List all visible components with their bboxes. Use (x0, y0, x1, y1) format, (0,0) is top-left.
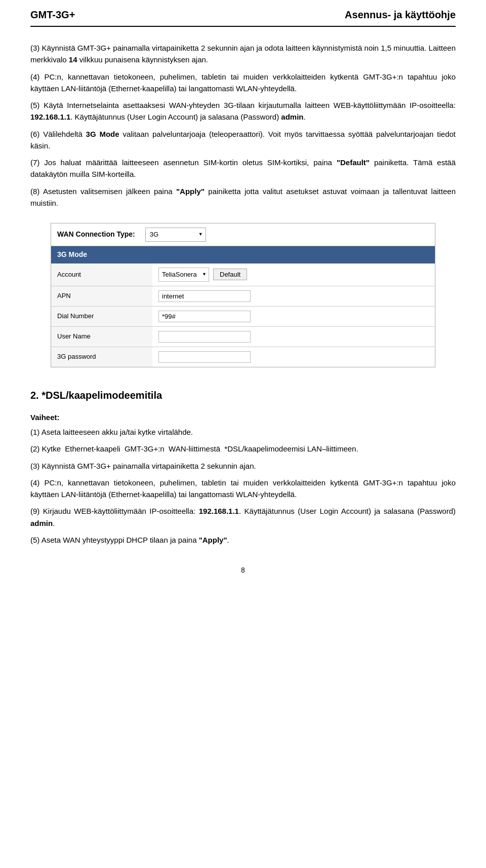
step-2: (2) Kytke Ethernet-kaapeli GMT-3G+:n WAN… (30, 443, 456, 455)
steps-label: Vaiheet: (30, 411, 456, 423)
apn-input[interactable] (158, 290, 251, 302)
paragraph-8: (8) Asetusten valitsemisen jälkeen paina… (30, 185, 456, 209)
bold-apply: "Apply" (176, 187, 205, 196)
field-value-user-name (152, 326, 435, 347)
paragraph-5: (5) Käytä Internetselainta asettaaksesi … (30, 99, 456, 123)
wan-connection-select[interactable]: 3G (145, 228, 206, 242)
wan-connection-row: WAN Connection Type: 3G (51, 223, 435, 246)
bold-14: 14 (69, 55, 77, 64)
3g-password-input[interactable] (158, 351, 251, 363)
field-label-apn: APN (51, 286, 152, 306)
dial-number-input[interactable] (158, 311, 251, 322)
password-admin: admin (281, 112, 303, 121)
field-value-apn (152, 286, 435, 306)
table-row: APN (51, 286, 435, 306)
header-product-name: GMT-3G+ (30, 9, 75, 21)
ip-address-2: 192.168.1.1 (199, 507, 239, 515)
account-select-value: TeliaSonera (162, 270, 197, 280)
field-label-account: Account (51, 263, 152, 286)
mode-header: 3G Mode (51, 246, 435, 263)
step-5: (5) Aseta WAN yhteystyyppi DHCP tilaan j… (30, 534, 456, 546)
step-1: (1) Aseta laitteeseen akku ja/tai kytke … (30, 426, 456, 438)
field-value-account: TeliaSonera Default (152, 263, 435, 286)
bold-default: "Default" (337, 158, 370, 167)
bold-apply-2: "Apply" (199, 536, 227, 544)
paragraph-3: (3) Käynnistä GMT-3G+ painamalla virtapa… (30, 42, 456, 66)
table-row: Account TeliaSonera Default (51, 263, 435, 286)
section2-title: 2. *DSL/kaapelimodeemitila (30, 388, 456, 403)
header-document-title: Asennus- ja käyttöohje (345, 9, 456, 21)
bold-3gmode: 3G Mode (86, 130, 119, 138)
account-cell: TeliaSonera Default (158, 268, 429, 282)
page-header: GMT-3G+ Asennus- ja käyttöohje (30, 0, 456, 27)
user-name-input[interactable] (158, 331, 251, 343)
main-content: (3) Käynnistä GMT-3G+ painamalla virtapa… (30, 42, 456, 546)
table-row: Dial Number (51, 306, 435, 326)
step-4: (4) PC:n, kannettavan tietokoneen, puhel… (30, 477, 456, 501)
page-number: 8 (241, 566, 245, 574)
page-footer: 8 (30, 566, 456, 574)
paragraph-7: (7) Jos haluat määrittää laitteeseen ase… (30, 157, 456, 180)
ip-address: 192.168.1.1 (30, 112, 70, 121)
default-button[interactable]: Default (213, 269, 247, 280)
field-value-3g-password (152, 347, 435, 367)
admin-2: admin (30, 519, 53, 527)
field-label-user-name: User Name (51, 326, 152, 347)
account-select[interactable]: TeliaSonera (158, 268, 209, 282)
wan-form-section: WAN Connection Type: 3G 3G Mode Account (51, 223, 435, 367)
wan-connection-value: 3G (150, 230, 158, 240)
paragraph-4: (4) PC:n, kannettavan tietokoneen, puhel… (30, 71, 456, 95)
step-3: (3) Käynnistä GMT-3G+ painamalla virtapa… (30, 460, 456, 472)
table-row: 3G password (51, 347, 435, 367)
table-row: User Name (51, 326, 435, 347)
fields-table: Account TeliaSonera Default APN (51, 263, 435, 367)
wan-connection-label: WAN Connection Type: (57, 229, 135, 240)
step-9: (9) Kirjaudu WEB-käyttöliittymään IP-oso… (30, 505, 456, 529)
field-label-3g-password: 3G password (51, 347, 152, 367)
field-value-dial-number (152, 306, 435, 326)
paragraph-6: (6) Välilehdeltä 3G Mode valitaan palvel… (30, 128, 456, 152)
field-label-dial-number: Dial Number (51, 306, 152, 326)
page: GMT-3G+ Asennus- ja käyttöohje (3) Käynn… (0, 0, 486, 868)
